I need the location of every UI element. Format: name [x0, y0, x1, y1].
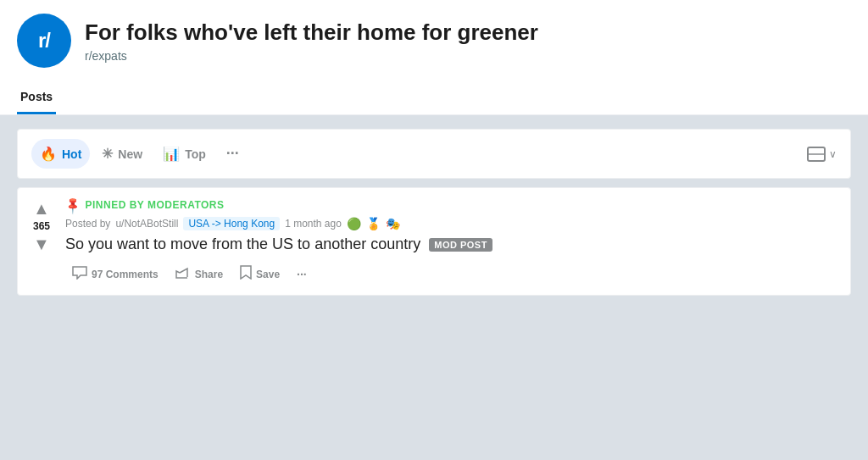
comments-label: 97 Comments	[92, 269, 159, 280]
vote-column: ▲ 365 ▼	[25, 195, 58, 288]
subreddit-name: r/expats	[85, 49, 538, 63]
award-badge-2: 🎭	[386, 217, 400, 230]
save-icon	[240, 265, 252, 283]
share-button[interactable]: Share	[169, 261, 230, 288]
comments-icon	[72, 266, 87, 283]
top-label: Top	[185, 147, 206, 161]
post-location-tag: USA -> Hong Kong	[183, 217, 280, 230]
hot-filter-button[interactable]: 🔥 Hot	[31, 139, 90, 169]
new-filter-button[interactable]: ✳ New	[93, 139, 151, 169]
post-card: ▲ 365 ▼ 📌 PINNED BY MODERATORS Posted by…	[17, 187, 851, 296]
post-actions: 97 Comments Share	[65, 260, 837, 288]
more-filters-button[interactable]: ···	[218, 138, 248, 169]
new-icon: ✳	[102, 146, 113, 162]
hot-label: Hot	[62, 147, 81, 161]
award-badge-1: 🏅	[366, 217, 381, 230]
top-icon: 📊	[163, 146, 180, 162]
hot-icon: 🔥	[40, 146, 57, 162]
subreddit-header: r/ For folks who've left their home for …	[0, 0, 868, 115]
pin-icon: 📌	[63, 195, 83, 215]
tab-posts[interactable]: Posts	[17, 81, 56, 114]
post-title-row: So you want to move from the US to anoth…	[65, 236, 837, 253]
vote-count: 365	[33, 220, 50, 232]
subreddit-icon[interactable]: r/	[17, 14, 71, 68]
subreddit-title: For folks who've left their home for gre…	[85, 19, 538, 46]
filter-buttons: 🔥 Hot ✳ New 📊 Top ···	[31, 138, 248, 169]
pinned-label: PINNED BY MODERATORS	[86, 199, 225, 211]
post-body: 📌 PINNED BY MODERATORS Posted by u/NotAB…	[65, 195, 837, 288]
post-meta: Posted by u/NotABotStill USA -> Hong Kon…	[65, 217, 837, 230]
post-more-button[interactable]: ···	[290, 263, 314, 286]
layout-control[interactable]: ∨	[807, 147, 837, 162]
layout-icon	[807, 147, 826, 162]
share-icon	[175, 266, 191, 283]
save-button[interactable]: Save	[233, 260, 287, 288]
downvote-button[interactable]: ▼	[33, 236, 50, 252]
comments-button[interactable]: 97 Comments	[65, 261, 165, 288]
upvote-button[interactable]: ▲	[33, 200, 50, 217]
new-label: New	[118, 147, 142, 161]
post-title-text[interactable]: So you want to move from the US to anoth…	[65, 236, 420, 253]
post-time: 1 month ago	[285, 218, 342, 230]
layout-chevron: ∨	[829, 148, 837, 160]
share-label: Share	[195, 269, 223, 280]
mod-post-badge: MOD POST	[429, 238, 492, 252]
verified-badge: 🟢	[347, 217, 361, 230]
filter-bar: 🔥 Hot ✳ New 📊 Top ··· ∨	[17, 129, 851, 179]
top-filter-button[interactable]: 📊 Top	[154, 139, 214, 169]
pinned-banner: 📌 PINNED BY MODERATORS	[65, 198, 837, 212]
save-label: Save	[256, 269, 280, 280]
post-author[interactable]: u/NotABotStill	[115, 218, 178, 230]
main-content: 🔥 Hot ✳ New 📊 Top ··· ∨ ▲ 365 ▼	[0, 115, 868, 309]
posted-by-prefix: Posted by	[65, 218, 110, 230]
subreddit-icon-label: r/	[38, 29, 50, 53]
